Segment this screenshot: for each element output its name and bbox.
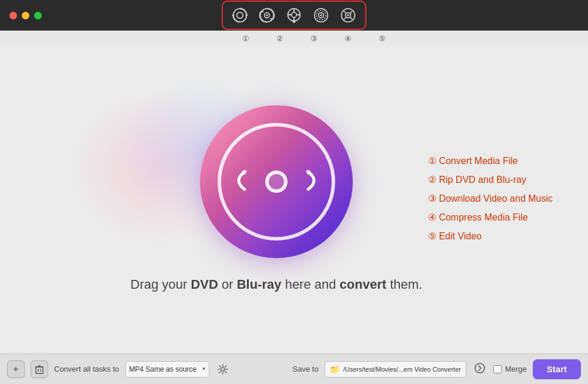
drag-text-p2: or [218, 277, 237, 292]
icon-num-4: ④ [331, 34, 365, 43]
save-path-text: /Users/test/Movies/...em Video Converter [343, 366, 461, 373]
gear-icon [218, 364, 228, 375]
drag-text-p3: here and [282, 277, 340, 292]
icon-num-2: ② [263, 34, 297, 43]
merge-label: Merge [505, 365, 527, 373]
toolbar-convert-button[interactable] [228, 4, 252, 26]
toolbar-icons-group [222, 1, 366, 30]
arrow-circle-right-icon [475, 363, 485, 373]
drag-text-dvd: DVD [191, 277, 218, 292]
main-content: Drag your DVD or Blu-ray here and conver… [0, 44, 588, 353]
start-button[interactable]: Start [533, 359, 581, 379]
info-item-1: ① Convert Media File [428, 152, 553, 171]
info-item-4: ④ Compress Media File [428, 208, 553, 227]
arrow-left-icon [227, 166, 256, 198]
trash-icon [35, 365, 44, 374]
drag-text-bluray: Blu-ray [237, 277, 282, 292]
svg-point-19 [320, 14, 322, 16]
drag-text-p1: Drag your [131, 277, 191, 292]
maximize-button[interactable] [34, 12, 42, 19]
convert-all-label: Convert all tasks to [54, 365, 119, 373]
download-icon [286, 7, 302, 24]
svg-point-10 [292, 12, 297, 18]
drag-text-convert: convert [340, 277, 386, 292]
dvd-logo-circle [200, 105, 353, 258]
rip-icon [259, 7, 275, 24]
toolbar-download-button[interactable] [282, 4, 306, 26]
dvd-inner-ring [218, 123, 335, 241]
svg-point-8 [266, 14, 268, 16]
close-button[interactable] [9, 12, 17, 19]
convert-icon [232, 7, 248, 24]
settings-gear-button[interactable] [215, 362, 230, 377]
format-select-wrapper: MP4 Same as source MKV Same as source AV… [125, 361, 209, 378]
svg-point-26 [347, 14, 349, 16]
folder-icon: 📁 [330, 365, 340, 374]
svg-point-34 [221, 368, 225, 371]
open-folder-button[interactable] [472, 362, 487, 377]
toolbar-edit-button[interactable] [336, 4, 360, 26]
traffic-lights [9, 12, 42, 19]
svg-line-25 [350, 17, 352, 19]
info-item-5: ⑤ Edit Video [428, 227, 553, 246]
save-to-label: Save to [293, 365, 319, 373]
info-item-2: ② Rip DVD and Blu-ray [428, 171, 553, 189]
info-item-3: ③ Download Video and Music [428, 189, 553, 208]
icon-num-3: ③ [297, 34, 331, 43]
merge-area: Merge [493, 365, 527, 373]
delete-task-button[interactable] [31, 360, 48, 378]
arrow-right-icon [296, 166, 326, 198]
svg-point-35 [475, 363, 485, 373]
bottom-bar: + Convert all tasks to MP4 Same as sourc… [0, 353, 588, 384]
minimize-button[interactable] [22, 12, 29, 19]
toolbar-rip-button[interactable] [255, 4, 279, 26]
titlebar [0, 0, 588, 31]
feature-info-list: ① Convert Media File ② Rip DVD and Blu-r… [428, 152, 553, 246]
svg-line-24 [344, 17, 346, 19]
svg-point-1 [237, 12, 243, 19]
add-task-button[interactable]: + [7, 360, 25, 378]
icon-num-1: ① [229, 34, 263, 43]
dvd-center-dot [265, 171, 288, 193]
svg-rect-29 [36, 367, 43, 373]
merge-checkbox[interactable] [493, 365, 502, 373]
edit-icon [340, 7, 356, 24]
drag-text-p4: them. [386, 277, 422, 292]
format-select[interactable]: MP4 Same as source MKV Same as source AV… [125, 361, 209, 378]
svg-line-23 [350, 11, 352, 14]
center-area: Drag your DVD or Blu-ray here and conver… [131, 105, 422, 292]
toolbar-compress-button[interactable] [309, 4, 333, 26]
svg-line-22 [344, 11, 346, 14]
icon-num-5: ⑤ [365, 34, 399, 43]
compress-icon [313, 7, 329, 24]
drag-instructions: Drag your DVD or Blu-ray here and conver… [131, 277, 422, 292]
icon-numbers-row: ① ② ③ ④ ⑤ [0, 31, 588, 44]
save-path-display: 📁 /Users/test/Movies/...em Video Convert… [325, 361, 466, 378]
